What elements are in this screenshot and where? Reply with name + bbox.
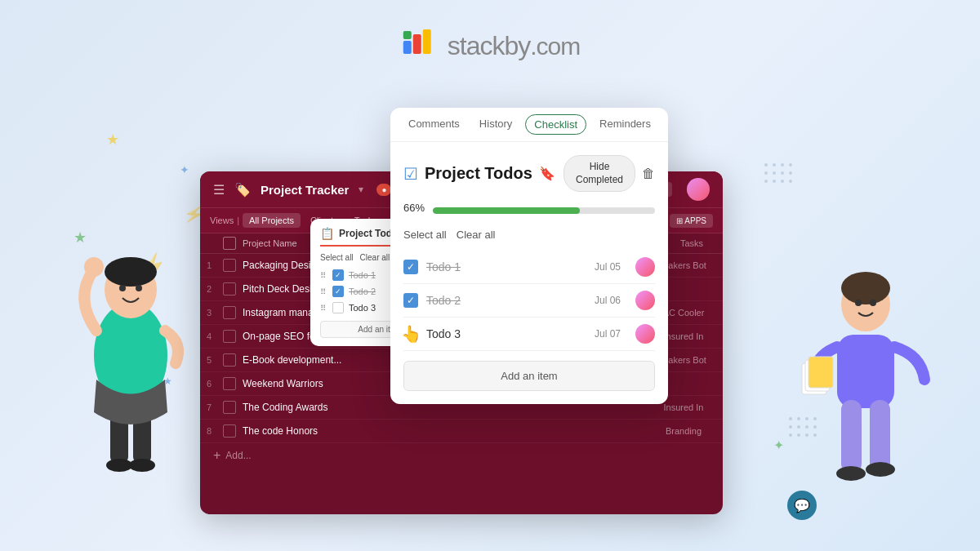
- todo-checkbox-1[interactable]: ✓: [403, 260, 418, 274]
- todo-avatar-1: [635, 257, 655, 277]
- todo-date-2: Jul 06: [595, 295, 621, 306]
- todo-item-3[interactable]: 👆 Todo 3 Jul 07: [403, 318, 655, 351]
- add-item-button[interactable]: Add an item: [403, 361, 655, 391]
- checklist-icon: ☑: [403, 164, 418, 184]
- drag-handle: ⠿: [320, 304, 326, 313]
- logo-brand: stackby: [448, 31, 530, 60]
- character-left: [49, 192, 212, 502]
- svg-point-25: [866, 462, 895, 477]
- svg-point-18: [870, 300, 876, 306]
- todo-item-2[interactable]: ✓ Todo 2 Jul 06: [403, 284, 655, 318]
- clear-all-button[interactable]: Clear all: [457, 229, 496, 241]
- dot-grid-bottom-right: [789, 417, 817, 437]
- drag-handle: ⠿: [320, 271, 326, 280]
- checklist-modal: Comments History Checklist Reminders ☑ P…: [390, 108, 668, 404]
- chat-bubble-button[interactable]: 💬: [787, 491, 817, 520]
- table-row[interactable]: 8 The code Honors Branding: [200, 420, 723, 443]
- logo-domain: .com: [530, 33, 580, 60]
- todo-text-2: Todo 2: [426, 294, 586, 307]
- chat-icon: 💬: [794, 498, 810, 513]
- progress-section: 66%: [403, 202, 655, 219]
- small-todo-text-1: Todo 1: [349, 270, 376, 280]
- dot-grid-right: [764, 163, 792, 183]
- svg-point-7: [119, 285, 126, 291]
- todo-text-3: Todo 3: [426, 327, 586, 340]
- tracker-title: Project Tracker: [261, 183, 349, 197]
- svg-point-11: [106, 459, 132, 472]
- todo-date-3: Jul 07: [595, 328, 621, 340]
- logo-text: stackby.com: [448, 27, 581, 62]
- tab-checklist[interactable]: Checklist: [525, 114, 586, 135]
- bookmark-icon[interactable]: 🔖: [539, 166, 555, 181]
- svg-point-16: [841, 272, 890, 304]
- menu-icon[interactable]: ☰: [213, 182, 225, 198]
- tracker-dropdown[interactable]: ▾: [359, 184, 363, 195]
- svg-rect-0: [403, 41, 412, 54]
- apps-button[interactable]: ⊞ APPS: [670, 214, 713, 228]
- small-card-icon: 📋: [320, 227, 334, 240]
- all-projects-tab[interactable]: All Projects: [243, 213, 301, 228]
- tab-history[interactable]: History: [471, 108, 520, 141]
- small-checkbox-2[interactable]: ✓: [332, 286, 344, 297]
- todo-date-1: Jul 05: [595, 261, 621, 273]
- todo-checkbox-3[interactable]: 👆: [403, 327, 418, 341]
- logo-icon: [400, 24, 439, 64]
- modal-title-row: ☑ Project Todos 🔖 HideCompleted 🗑: [403, 155, 655, 192]
- small-select-all[interactable]: Select all: [320, 253, 354, 262]
- progress-bar-fill: [433, 207, 579, 214]
- modal-tabs: Comments History Checklist Reminders: [390, 108, 668, 142]
- todo-avatar-3: [635, 324, 655, 344]
- svg-rect-22: [841, 400, 862, 473]
- views-label: Views: [210, 216, 234, 225]
- svg-point-8: [136, 285, 142, 291]
- tab-comments[interactable]: Comments: [400, 108, 468, 141]
- svg-rect-3: [403, 31, 412, 39]
- modal-title-text: Project Todos: [425, 164, 532, 183]
- select-clear-row: Select all Clear all: [403, 229, 655, 241]
- todo-checkbox-2[interactable]: ✓: [403, 293, 418, 308]
- svg-rect-21: [808, 357, 833, 388]
- svg-point-24: [836, 466, 866, 481]
- drag-handle: ⠿: [320, 287, 326, 296]
- svg-rect-1: [413, 34, 421, 54]
- col-tasks: Tasks: [667, 238, 716, 248]
- modal-title-left: ☑ Project Todos 🔖: [403, 164, 555, 184]
- small-checkbox-1[interactable]: ✓: [332, 269, 344, 281]
- todo-avatar-2: [635, 291, 655, 310]
- user-avatar: [687, 178, 710, 201]
- tracker-badge: ●: [376, 184, 391, 196]
- todo-text-1: Todo 1: [426, 260, 586, 273]
- add-row-button[interactable]: + Add...: [200, 443, 723, 468]
- progress-label: 66%: [403, 202, 425, 214]
- svg-point-17: [855, 300, 862, 306]
- svg-point-12: [129, 459, 155, 472]
- svg-rect-2: [423, 29, 431, 54]
- small-clear-all[interactable]: Clear all: [360, 253, 390, 262]
- character-right: [784, 208, 947, 502]
- todo-item-1[interactable]: ✓ Todo 1 Jul 05: [403, 251, 655, 284]
- modal-title-right: HideCompleted 🗑: [564, 155, 655, 192]
- small-todo-text-2: Todo 2: [349, 287, 376, 296]
- small-checkbox-3[interactable]: [332, 302, 344, 313]
- small-todo-text-3: Todo 3: [349, 303, 376, 313]
- svg-rect-14: [837, 335, 894, 408]
- logo-area: stackby.com: [400, 24, 581, 64]
- tab-reminders[interactable]: Reminders: [591, 108, 659, 141]
- tracker-logo-icon: 🏷️: [234, 182, 251, 198]
- svg-point-6: [105, 257, 157, 287]
- hide-completed-button[interactable]: HideCompleted: [564, 155, 635, 192]
- modal-body: ☑ Project Todos 🔖 HideCompleted 🗑 66% Se…: [390, 142, 668, 404]
- trash-icon[interactable]: 🗑: [642, 167, 655, 181]
- svg-point-13: [84, 257, 104, 277]
- select-all-button[interactable]: Select all: [403, 229, 447, 241]
- progress-bar: [433, 207, 655, 214]
